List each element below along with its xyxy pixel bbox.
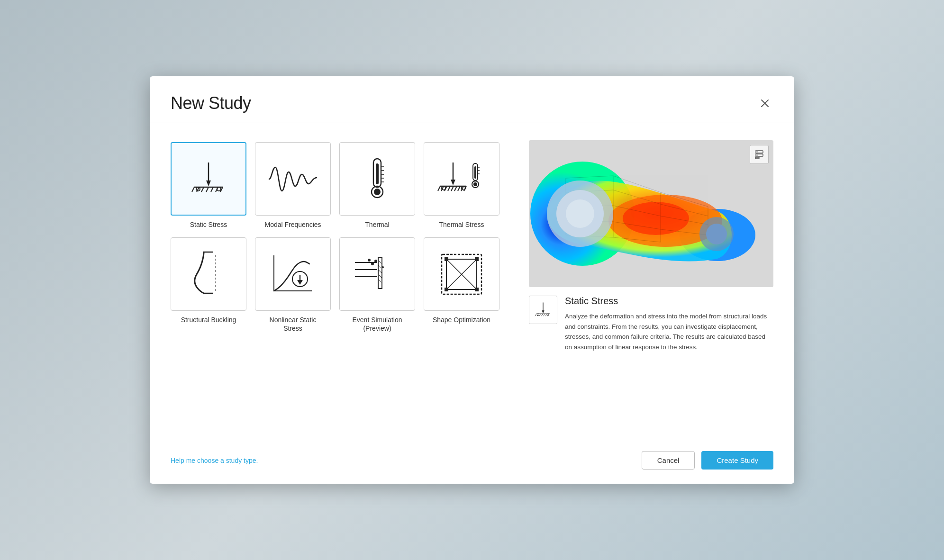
svg-point-40 [473, 182, 477, 186]
study-label-static-stress: Static Stress [190, 220, 227, 229]
study-item-shape-optimization[interactable]: Shape Optimization [424, 237, 499, 333]
study-icon-box-thermal-stress [424, 142, 499, 216]
thermal-stress-icon [433, 158, 490, 200]
study-grid: Static Stress Modal Frequencies [171, 142, 512, 333]
study-icon-box-nonlinear-static-stress [255, 237, 331, 311]
study-label-event-simulation: Event Simulation(Preview) [352, 316, 402, 333]
svg-point-100 [566, 199, 594, 228]
svg-line-114 [541, 314, 543, 316]
new-study-dialog: New Study [150, 76, 794, 484]
preview-description: Analyze the deformation and stress into … [565, 311, 773, 352]
preview-info: Static Stress Analyze the deformation an… [529, 287, 773, 359]
structural-buckling-icon [187, 248, 230, 300]
svg-rect-105 [755, 157, 759, 159]
shape-optimization-icon [438, 251, 485, 298]
study-item-structural-buckling[interactable]: Structural Buckling [171, 237, 246, 333]
svg-line-32 [458, 186, 460, 191]
close-button[interactable] [756, 95, 773, 112]
cancel-button[interactable]: Cancel [642, 451, 695, 470]
svg-rect-15 [376, 163, 379, 184]
create-study-button[interactable]: Create Study [701, 451, 773, 470]
preview-text-block: Static Stress Analyze the deformation an… [565, 296, 773, 352]
study-icon-box-modal-frequencies [255, 142, 331, 216]
svg-point-102 [706, 224, 727, 244]
svg-point-79 [623, 202, 689, 235]
study-item-nonlinear-static-stress[interactable]: Nonlinear StaticStress [255, 237, 331, 333]
help-link[interactable]: Help me choose a study type. [171, 457, 258, 464]
static-stress-icon [185, 158, 232, 200]
preview-image-container [529, 140, 773, 287]
close-icon [760, 99, 770, 108]
svg-point-57 [374, 260, 377, 262]
list-view-button[interactable] [750, 145, 769, 164]
study-label-thermal-stress: Thermal Stress [439, 220, 484, 229]
study-label-nonlinear-static-stress: Nonlinear StaticStress [270, 316, 317, 333]
svg-line-116 [545, 314, 547, 316]
study-icon-box-shape-optimization [424, 237, 499, 311]
preview-study-name: Static Stress [565, 296, 773, 307]
study-label-thermal: Thermal [365, 220, 389, 229]
study-item-event-simulation[interactable]: Event Simulation(Preview) [339, 237, 415, 333]
dialog-header: New Study [150, 76, 794, 123]
fea-preview-image [529, 140, 773, 287]
study-item-modal-frequencies[interactable]: Modal Frequencies [255, 142, 331, 229]
svg-rect-73 [445, 288, 448, 291]
thermal-icon [363, 156, 391, 201]
dialog-overlay: New Study [0, 0, 944, 560]
study-label-structural-buckling: Structural Buckling [181, 316, 236, 324]
svg-line-111 [535, 314, 536, 316]
dialog-body: Static Stress Modal Frequencies [150, 123, 794, 440]
svg-rect-71 [445, 257, 448, 261]
study-item-thermal[interactable]: Thermal [339, 142, 415, 229]
list-icon [754, 149, 764, 160]
svg-line-30 [451, 186, 454, 191]
svg-line-8 [206, 187, 209, 192]
svg-line-26 [438, 186, 440, 191]
svg-line-31 [454, 186, 457, 191]
preview-static-stress-icon [533, 300, 554, 319]
study-item-thermal-stress[interactable]: Thermal Stress [424, 142, 499, 229]
svg-line-113 [539, 314, 541, 316]
svg-rect-72 [475, 257, 479, 261]
study-icon-box-event-simulation [339, 237, 415, 311]
dialog-footer: Help me choose a study type. Cancel Crea… [150, 440, 794, 484]
event-simulation-icon [351, 251, 403, 298]
study-icon-box-structural-buckling [171, 237, 246, 311]
svg-rect-74 [475, 288, 479, 291]
preview-small-icon [529, 296, 557, 324]
svg-point-56 [371, 262, 374, 265]
svg-line-7 [201, 187, 204, 192]
svg-point-17 [374, 189, 381, 195]
study-label-shape-optimization: Shape Optimization [433, 316, 490, 324]
svg-marker-109 [542, 310, 544, 313]
footer-buttons: Cancel Create Study [642, 451, 773, 470]
study-item-static-stress[interactable]: Static Stress [171, 142, 246, 229]
svg-rect-107 [755, 154, 758, 156]
nonlinear-static-stress-icon [269, 251, 317, 298]
modal-frequencies-icon [267, 163, 319, 196]
svg-line-9 [211, 187, 213, 192]
svg-line-5 [192, 187, 194, 192]
svg-marker-3 [206, 181, 211, 186]
preview-section: Static Stress Analyze the deformation an… [529, 140, 773, 440]
study-grid-section: Static Stress Modal Frequencies [171, 140, 512, 440]
svg-line-115 [544, 314, 545, 316]
svg-point-55 [368, 259, 371, 262]
svg-rect-106 [755, 151, 758, 153]
study-icon-box-static-stress [171, 142, 246, 216]
study-label-modal-frequencies: Modal Frequencies [264, 220, 321, 229]
dialog-title: New Study [171, 93, 251, 113]
svg-rect-38 [474, 166, 476, 179]
svg-marker-24 [451, 180, 455, 185]
svg-line-29 [448, 186, 450, 191]
study-icon-box-thermal [339, 142, 415, 216]
